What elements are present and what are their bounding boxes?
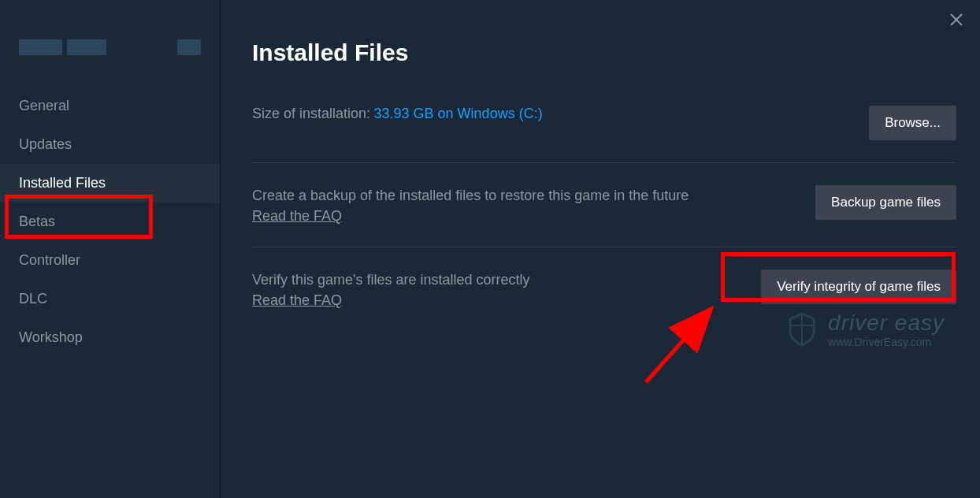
properties-sidebar: General Updates Installed Files Betas Co…	[0, 0, 221, 498]
size-label: Size of installation:	[252, 106, 370, 121]
backup-section: Create a backup of the installed files t…	[252, 185, 956, 247]
sidebar-item-betas[interactable]: Betas	[0, 203, 220, 241]
main-panel: Installed Files Size of installation: 33…	[221, 0, 980, 498]
installation-size-section: Size of installation: 33.93 GB on Window…	[252, 106, 956, 163]
verify-button[interactable]: Verify integrity of game files	[761, 269, 956, 304]
size-value: 33.93 GB on Windows (C:)	[374, 106, 543, 121]
close-button[interactable]	[945, 8, 968, 32]
sidebar-item-installed-files[interactable]: Installed Files	[0, 164, 220, 203]
verify-description: Verify this game's files are installed c…	[252, 269, 729, 291]
sidebar-item-dlc[interactable]: DLC	[0, 280, 220, 318]
sidebar-item-updates[interactable]: Updates	[0, 125, 220, 164]
backup-description: Create a backup of the installed files t…	[252, 185, 784, 206]
close-icon	[949, 13, 963, 27]
page-title: Installed Files	[252, 39, 956, 66]
sidebar-header-placeholder	[0, 39, 220, 87]
verify-faq-link[interactable]: Read the FAQ	[252, 292, 342, 309]
backup-button[interactable]: Backup game files	[815, 185, 956, 220]
sidebar-item-general[interactable]: General	[0, 87, 220, 125]
sidebar-item-workshop[interactable]: Workshop	[0, 318, 220, 357]
sidebar-item-controller[interactable]: Controller	[0, 241, 220, 280]
browse-button[interactable]: Browse...	[869, 106, 956, 140]
backup-faq-link[interactable]: Read the FAQ	[252, 208, 342, 225]
verify-section: Verify this game's files are installed c…	[252, 269, 956, 331]
